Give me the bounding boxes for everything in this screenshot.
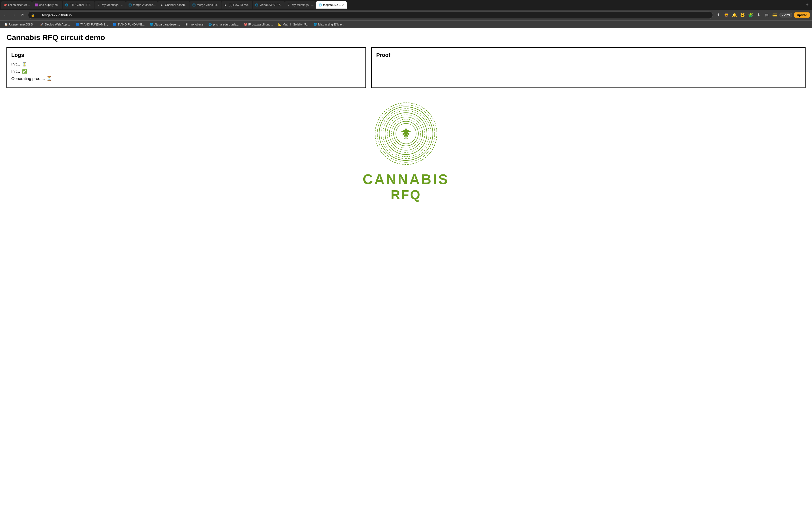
- bookmark-item[interactable]: 🌐 Ajuda para desen...: [147, 22, 182, 27]
- bookmark-label: 7º ANO FUNDAME...: [80, 23, 108, 26]
- bookmark-favicon: 🌐: [313, 22, 317, 26]
- tab-label: (2) How To Me...: [229, 3, 250, 6]
- proof-heading: Proof: [376, 52, 801, 58]
- bookmark-favicon: 🌐: [149, 22, 153, 26]
- bookmarks-container: 📋 Usage · macOS S... 🚀 Deploy Web Appli.…: [2, 22, 346, 27]
- page-content: Cannabis RFQ circuit demo Logs Init... ⏳…: [0, 28, 812, 527]
- notification-icon[interactable]: 🔔: [731, 12, 738, 18]
- address-bar[interactable]: 🔒 fosgate29.github.io: [28, 11, 713, 19]
- cannabis-text-logo: CANNABIS RFQ: [363, 171, 449, 202]
- cannabis-word: CANNABIS: [363, 171, 449, 187]
- browser-tab-t3[interactable]: 🌐 ETHGlobal | ET...: [62, 1, 95, 9]
- browser-tab-t7[interactable]: 🌐 merge video us...: [190, 1, 221, 9]
- bookmark-favicon: 🌐: [208, 22, 212, 26]
- browser-tab-t6[interactable]: ▶ Channel dashb...: [158, 1, 189, 9]
- logo-area: CANNABIS RFQ: [6, 96, 806, 207]
- tab-favicon: ▶: [160, 3, 164, 7]
- log-emoji: ⏳: [22, 61, 27, 66]
- tab-favicon: Z: [97, 3, 101, 7]
- tab-favicon: 🐙: [3, 3, 7, 7]
- browser-tab-t11[interactable]: 🌐 fosgate29.c... ✕: [316, 1, 347, 9]
- svg-rect-12: [406, 134, 407, 138]
- bookmarks-bar: 📋 Usage · macOS S... 🚀 Deploy Web Appli.…: [0, 20, 812, 28]
- bookmark-item[interactable]: 🌐 Maximizing Efficie...: [311, 22, 346, 27]
- browser-tab-t10[interactable]: Z My Meetings - ...: [285, 1, 316, 9]
- bookmark-item[interactable]: 📐 Math in Solidity (P...: [276, 22, 311, 27]
- tab-favicon: 🌐: [128, 3, 132, 7]
- bookmark-item[interactable]: 🗄 monobase: [183, 22, 205, 27]
- toolbar-icons: ⬆ 🦁 🔔 🐱 🧩 ⬇ ▤ 💳 • VPN Update: [715, 12, 810, 18]
- forward-button[interactable]: →: [11, 12, 17, 18]
- bookmark-label: Ajuda para desen...: [155, 23, 180, 26]
- bookmark-label: Usage · macOS S...: [9, 23, 35, 26]
- bookmark-label: Maximizing Efficie...: [318, 23, 344, 26]
- tab-favicon: Z: [287, 3, 291, 7]
- bookmark-item[interactable]: 📋 Usage · macOS S...: [2, 22, 37, 27]
- log-emoji: ⏳: [46, 76, 52, 81]
- tab-close-icon[interactable]: ✕: [342, 3, 345, 7]
- bookmark-label: Deploy Web Appli...: [45, 23, 71, 26]
- tab-favicon: 🟪: [34, 3, 38, 7]
- tab-favicon: 🌐: [255, 3, 259, 7]
- browser-tab-t2[interactable]: 🟪 cbd-supply-ch...: [32, 1, 62, 9]
- tabs-container: 🐙 colinnielsen/ec... 🟪 cbd-supply-ch... …: [1, 1, 803, 9]
- bookmark-favicon: 📐: [278, 22, 282, 26]
- log-entry: Generating proof... ⏳: [11, 76, 361, 81]
- browser-tab-t5[interactable]: 🌐 merge 2 videos...: [126, 1, 158, 9]
- download-icon[interactable]: ⬇: [755, 12, 762, 18]
- bookmark-favicon: 🟦: [75, 22, 79, 26]
- browser-tab-t1[interactable]: 🐙 colinnielsen/ec...: [1, 1, 32, 9]
- puzzle-icon[interactable]: 🧩: [747, 12, 754, 18]
- cannabis-circle-logo: [374, 102, 438, 166]
- bookmark-label: prisma-edu-br.rds...: [213, 23, 238, 26]
- back-button[interactable]: ←: [2, 12, 9, 18]
- update-button[interactable]: Update: [794, 12, 810, 18]
- browser-tab-t4[interactable]: Z My Meetings - ...: [95, 1, 126, 9]
- share-icon[interactable]: ⬆: [715, 12, 722, 18]
- tab-label: My Meetings - ...: [102, 3, 124, 6]
- browser-chrome: 🐙 colinnielsen/ec... 🟪 cbd-supply-ch... …: [0, 0, 812, 28]
- tab-bar: 🐙 colinnielsen/ec... 🟪 cbd-supply-ch... …: [0, 0, 812, 10]
- url-text: fosgate29.github.io: [42, 13, 72, 17]
- logs-panel: Logs Init... ⏳ Init... ✅ Generating proo…: [6, 47, 366, 88]
- lock-icon: 🔒: [31, 13, 35, 17]
- log-text: Init...: [11, 69, 20, 74]
- rfq-word: RFQ: [391, 187, 421, 202]
- brave-shield-icon[interactable]: 🦁: [723, 12, 729, 18]
- bookmark-label: iFrostizz/solhunt:...: [248, 23, 273, 26]
- sidebar-icon[interactable]: ▤: [764, 12, 770, 18]
- wallet-icon[interactable]: 💳: [771, 12, 778, 18]
- vpn-badge[interactable]: • VPN: [780, 13, 793, 17]
- bookmark-favicon: 📋: [4, 22, 8, 26]
- tab-label: Channel dashb...: [165, 3, 187, 6]
- tab-label: merge video us...: [197, 3, 219, 6]
- bookmark-favicon: 🗄: [185, 22, 188, 26]
- reload-button[interactable]: ↻: [19, 12, 26, 18]
- tab-label: merge 2 videos...: [133, 3, 156, 6]
- bookmark-favicon: 🚀: [40, 22, 44, 26]
- address-bar-row: ← → ↻ 🔒 fosgate29.github.io ⬆ 🦁 🔔 🐱 🧩 ⬇ …: [0, 10, 812, 20]
- panels-row: Logs Init... ⏳ Init... ✅ Generating proo…: [6, 47, 806, 88]
- bookmark-label: 2ºANO FUNDAME...: [118, 23, 145, 26]
- bookmark-favicon: 🟦: [113, 22, 117, 26]
- proof-panel: Proof: [371, 47, 806, 88]
- bookmark-item[interactable]: 🟦 2ºANO FUNDAME...: [111, 22, 147, 27]
- bookmark-item[interactable]: 🟦 7º ANO FUNDAME...: [73, 22, 110, 27]
- tab-favicon: 🌐: [318, 3, 322, 7]
- log-entry: Init... ✅: [11, 69, 361, 74]
- new-tab-button[interactable]: +: [803, 1, 811, 9]
- bookmark-item[interactable]: 🐙 iFrostizz/solhunt:...: [242, 22, 275, 27]
- page-title: Cannabis RFQ circuit demo: [6, 33, 806, 42]
- browser-tab-t9[interactable]: 🌐 video13350107...: [253, 1, 284, 9]
- browser-tab-t8[interactable]: ▶ (2) How To Me...: [222, 1, 253, 9]
- cat-icon[interactable]: 🐱: [739, 12, 746, 18]
- log-text: Generating proof...: [11, 76, 45, 81]
- log-emoji: ✅: [22, 69, 27, 74]
- bookmark-label: monobase: [190, 23, 203, 26]
- bookmark-item[interactable]: 🌐 prisma-edu-br.rds...: [206, 22, 241, 27]
- tab-label: ETHGlobal | ET...: [70, 3, 92, 6]
- tab-label: colinnielsen/ec...: [8, 3, 30, 6]
- tab-favicon: 🌐: [65, 3, 69, 7]
- bookmark-item[interactable]: 🚀 Deploy Web Appli...: [38, 22, 73, 27]
- tab-label: cbd-supply-ch...: [39, 3, 60, 6]
